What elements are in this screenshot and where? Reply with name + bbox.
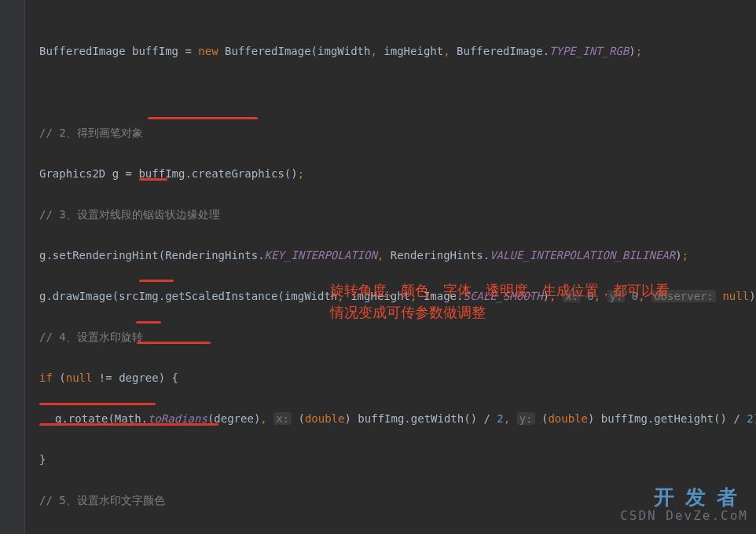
keyword: double bbox=[305, 412, 345, 425]
red-underline-annotation bbox=[148, 117, 258, 119]
number: 2 bbox=[747, 412, 753, 425]
code-text: ) bbox=[749, 290, 755, 302]
code-text: Graphics2D g = buffImg.createGraphics() bbox=[39, 167, 298, 180]
annotation-text: 旋转角度、颜色、字体、透明度、生成位置，都可以看 情况变成可传参数做调整 bbox=[330, 280, 670, 324]
code-text: RenderingHints. bbox=[384, 249, 490, 262]
code-text: BufferedImage buffImg = bbox=[39, 45, 198, 57]
line-number-gutter bbox=[0, 0, 25, 534]
comment: // 5、设置水印文字颜色 bbox=[39, 494, 165, 507]
comma: , bbox=[260, 412, 266, 425]
number: 2 bbox=[497, 412, 503, 425]
comment: // 3、设置对线段的锯齿状边缘处理 bbox=[39, 208, 220, 221]
comma: , bbox=[504, 412, 510, 425]
comment: // 2、得到画笔对象 bbox=[39, 126, 143, 139]
constant: TYPE_INT_RGB bbox=[549, 45, 629, 57]
comma: , bbox=[443, 45, 450, 57]
semicolon: ; bbox=[636, 45, 642, 57]
keyword: double bbox=[548, 412, 588, 425]
red-underline-annotation bbox=[139, 178, 167, 181]
code-text: ( bbox=[53, 371, 66, 384]
red-underline-annotation bbox=[139, 280, 174, 282]
code-text: ) bbox=[675, 249, 681, 262]
watermark-top: 开发者 bbox=[654, 487, 748, 507]
code-text: ) buffImg.getHeight() / bbox=[588, 412, 747, 425]
red-underline-annotation bbox=[39, 423, 218, 426]
code-text: ) bbox=[629, 45, 635, 57]
code-text: BufferedImage. bbox=[450, 45, 549, 57]
constant: VALUE_INTERPOLATION_BILINEAR bbox=[490, 249, 675, 262]
constant: KEY_INTERPOLATION bbox=[265, 249, 377, 262]
code-text: ( bbox=[535, 412, 549, 425]
comment: // 4、设置水印旋转 bbox=[39, 331, 143, 343]
keyword: null bbox=[66, 371, 93, 384]
param-hint: y: bbox=[517, 412, 535, 425]
semicolon: ; bbox=[682, 249, 688, 262]
code-line: BufferedImage buffImg = new BufferedImag… bbox=[39, 41, 756, 61]
param-hint: x: bbox=[273, 412, 292, 425]
code-block: BufferedImage buffImg = new BufferedImag… bbox=[39, 20, 756, 534]
watermark-bottom: CSDN DevZe.CoM bbox=[620, 506, 748, 526]
code-text: != degree) { bbox=[92, 371, 178, 384]
code-text: } bbox=[39, 453, 46, 466]
semicolon: ; bbox=[298, 167, 304, 180]
code-text: g.setRenderingHint(RenderingHints. bbox=[39, 249, 265, 262]
red-underline-annotation bbox=[136, 321, 161, 324]
keyword: null bbox=[716, 290, 749, 302]
code-text: ( bbox=[292, 412, 305, 425]
code-text: imgHeight bbox=[377, 45, 443, 57]
comma: , bbox=[370, 45, 376, 57]
code-text: g.drawImage(srcImg.getScaledInstance(img… bbox=[39, 290, 337, 302]
keyword: if bbox=[39, 371, 53, 384]
annotation-line: 旋转角度、颜色、字体、透明度、生成位置，都可以看 bbox=[330, 283, 670, 298]
red-underline-annotation bbox=[137, 342, 211, 344]
annotation-line: 情况变成可传参数做调整 bbox=[330, 305, 486, 320]
code-text: BufferedImage(imgWidth bbox=[218, 45, 371, 57]
keyword: new bbox=[198, 45, 218, 57]
red-underline-annotation bbox=[39, 403, 156, 405]
code-text: ) buffImg.getWidth() / bbox=[344, 412, 497, 425]
